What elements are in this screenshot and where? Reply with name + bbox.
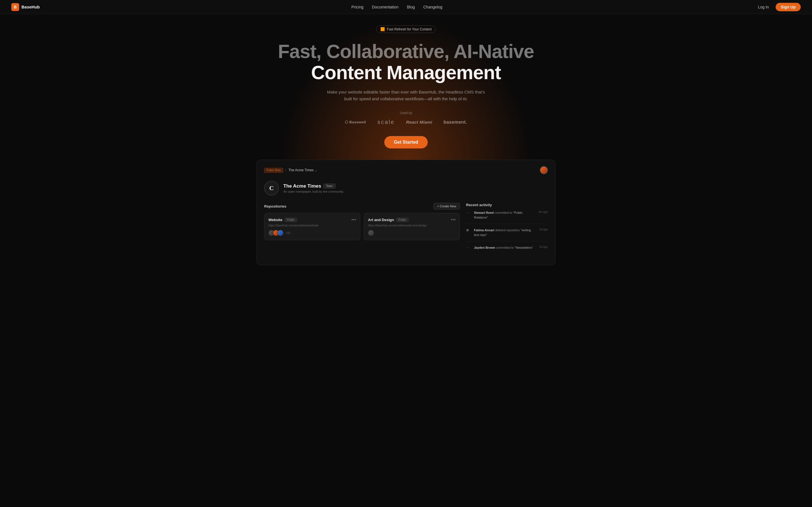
activity-text-2: Fatima Ansari deleted repository "writin…	[474, 228, 536, 237]
badge-text: Fast Refresh for Your Content	[387, 27, 432, 31]
hero-badge: 🟧 Fast Refresh for Your Content	[376, 25, 436, 33]
repo-url: https://basehub.com/acmetimes/art-and-de…	[368, 224, 456, 227]
team-info: The Acme Times Team An open newspaper, b…	[283, 183, 344, 193]
team-description: An open newspaper, built by the communit…	[283, 190, 344, 193]
logo[interactable]: B BaseHub	[11, 3, 40, 11]
nav-link-changelog[interactable]: Changelog	[423, 5, 442, 9]
activity-item-1: → Stewart Reed committed to "Public Rela…	[466, 210, 548, 224]
logo-row: ⬡ Basewell scale React Miami basement.	[345, 119, 467, 125]
team-type-badge: Team	[323, 184, 335, 188]
repo-avatars: +10	[268, 230, 356, 236]
used-by-label: Used by	[345, 111, 467, 115]
hero-title-line1: Fast, Collaborative, AI-Native	[278, 41, 534, 62]
breadcrumb-chevron	[315, 168, 317, 172]
logo-basement: basement.	[444, 120, 467, 125]
repo-visibility: Public	[285, 218, 297, 222]
nav-links: Pricing Documentation Blog Changelog	[351, 4, 442, 10]
activity-item-3: → Jayden Brown committed to "Newsletters…	[466, 245, 548, 255]
team-logo: C	[264, 181, 279, 195]
repo-card-header: Art and Design Public •••	[368, 217, 456, 222]
avatar-1	[368, 230, 374, 236]
repositories-header: Repositories + Create New	[264, 203, 460, 210]
activity-icon-3: →	[466, 245, 471, 251]
repo-member-count: +10	[285, 231, 290, 235]
repo-card-art-design: Art and Design Public ••• https://basehu…	[364, 213, 460, 240]
get-started-button[interactable]: Get Started	[384, 136, 428, 149]
repo-name: Website	[268, 218, 283, 222]
repo-grid: Website Public ••• https://basehub.com/a…	[264, 213, 460, 240]
navbar: B BaseHub Pricing Documentation Blog Cha…	[0, 0, 812, 14]
team-name-row: The Acme Times Team	[283, 183, 344, 189]
activity-item-2: ▣ Fatima Ansari deleted repository "writ…	[466, 228, 548, 241]
dashboard-topbar: Public Beta / The Acme Times	[264, 166, 548, 174]
signup-button[interactable]: Sign Up	[776, 3, 801, 11]
user-avatar[interactable]	[540, 166, 548, 174]
logo-icon: B	[11, 3, 19, 11]
logo-reactmiami: React Miami	[406, 120, 432, 124]
dashboard-preview: Public Beta / The Acme Times C The Acme …	[251, 160, 561, 282]
activity-time-2: 1d ago	[539, 228, 548, 231]
activity-time-3: 1d ago	[539, 245, 548, 248]
logo-basewell: ⬡ Basewell	[345, 120, 366, 124]
repositories-section: Repositories + Create New Website Public…	[264, 203, 460, 259]
logo-scale: scale	[377, 119, 395, 125]
breadcrumb-separator: /	[285, 168, 286, 172]
dashboard-main: Repositories + Create New Website Public…	[264, 203, 548, 259]
repo-card-website: Website Public ••• https://basehub.com/a…	[264, 213, 360, 240]
recent-activity-section: Recent activity → Stewart Reed committed…	[466, 203, 548, 259]
activity-time-1: 3m ago	[539, 210, 548, 214]
breadcrumb: Public Beta / The Acme Times	[264, 168, 317, 173]
nav-link-blog[interactable]: Blog	[407, 5, 415, 9]
beta-badge: Public Beta	[264, 168, 283, 173]
repo-more-button[interactable]: •••	[451, 217, 456, 222]
hero-section: 🟧 Fast Refresh for Your Content Fast, Co…	[0, 0, 812, 160]
nav-link-pricing[interactable]: Pricing	[351, 5, 363, 9]
dashboard-frame: Public Beta / The Acme Times C The Acme …	[257, 160, 555, 265]
activity-text-3: Jayden Brown committed to "Newsletters"	[474, 245, 536, 250]
recent-activity-title: Recent activity	[466, 203, 548, 207]
logo-text: BaseHub	[21, 4, 40, 9]
breadcrumb-repo-name[interactable]: The Acme Times	[289, 168, 317, 172]
team-name: The Acme Times	[283, 183, 321, 189]
activity-icon-1: →	[466, 211, 471, 216]
team-header: C The Acme Times Team An open newspaper,…	[264, 181, 548, 195]
repo-name: Art and Design	[368, 218, 394, 222]
nav-link-documentation[interactable]: Documentation	[372, 5, 398, 9]
create-new-button[interactable]: + Create New	[434, 203, 460, 210]
hero-subtitle: Make your website editable faster than e…	[327, 89, 485, 103]
repositories-title: Repositories	[264, 204, 287, 209]
repo-url: https://basehub.com/acmetimes/website	[268, 224, 356, 227]
repo-avatars	[368, 230, 456, 236]
nav-actions: Log In Sign Up	[754, 3, 801, 11]
avatar-3	[277, 230, 284, 236]
repo-visibility: Public	[396, 218, 408, 222]
activity-icon-2: ▣	[466, 228, 471, 233]
repo-card-header: Website Public •••	[268, 217, 356, 222]
used-by-section: Used by ⬡ Basewell scale React Miami bas…	[345, 111, 467, 125]
login-button[interactable]: Log In	[754, 3, 773, 11]
hero-title-line2: Content Management	[311, 62, 501, 83]
repo-more-button[interactable]: •••	[351, 217, 356, 222]
activity-text-1: Stewart Reed committed to "Public Relati…	[474, 210, 536, 220]
badge-icon: 🟧	[380, 27, 385, 31]
